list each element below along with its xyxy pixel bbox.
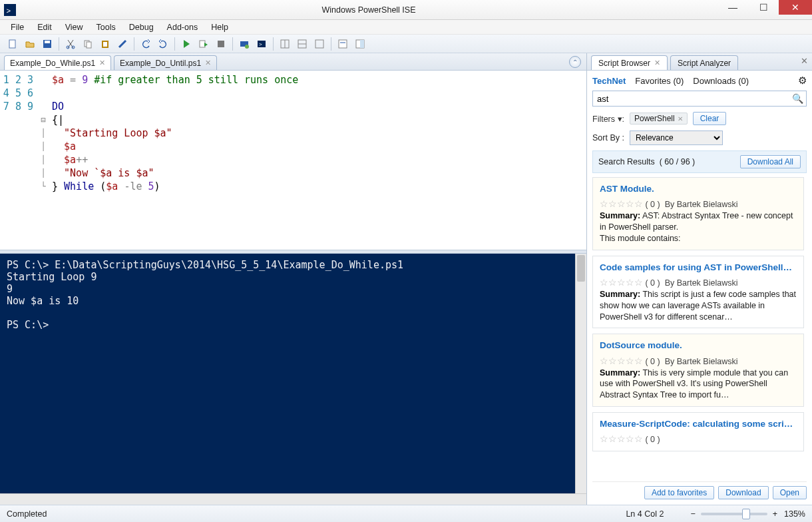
tab-label: Example_Do_Until.ps1 xyxy=(120,59,201,68)
star-icon: ☆☆☆☆☆ xyxy=(600,198,643,209)
svg-rect-21 xyxy=(315,40,323,48)
maximize-button[interactable]: ☐ xyxy=(748,0,779,15)
clear-icon[interactable] xyxy=(114,37,130,51)
paste-icon[interactable] xyxy=(97,37,113,51)
titlebar: > Windows PowerShell ISE — ☐ ✕ xyxy=(0,0,812,20)
undo-icon[interactable] xyxy=(138,37,154,51)
svg-text:>: > xyxy=(6,6,11,14)
side-tabs: Script Browser ✕ Script Analyzer ✕ xyxy=(587,53,812,71)
result-rating: ( 0 ) xyxy=(645,435,660,444)
search-input[interactable] xyxy=(593,91,789,106)
favorites-link[interactable]: Favorites (0) xyxy=(635,76,684,86)
tab-script-analyzer[interactable]: Script Analyzer xyxy=(670,55,738,70)
result-summary: Summary: This script is just a few code … xyxy=(600,289,797,323)
svg-rect-12 xyxy=(218,41,224,47)
open-button[interactable]: Open xyxy=(773,486,807,499)
menu-debug[interactable]: Debug xyxy=(124,21,159,33)
menu-help[interactable]: Help xyxy=(206,21,234,33)
svg-rect-8 xyxy=(87,42,91,48)
svg-text:>: > xyxy=(259,41,262,47)
clear-button[interactable]: Clear xyxy=(693,112,727,125)
download-all-button[interactable]: Download All xyxy=(740,155,801,168)
tab-do-until[interactable]: Example_Do_Until.ps1 ✕ xyxy=(114,55,217,70)
minimize-button[interactable]: — xyxy=(717,0,748,15)
svg-rect-11 xyxy=(200,41,205,47)
show-addon-icon[interactable] xyxy=(352,37,368,51)
downloads-link[interactable]: Downloads (0) xyxy=(693,76,749,86)
menu-view[interactable]: View xyxy=(60,21,89,33)
run-selection-icon[interactable] xyxy=(196,37,212,51)
filters-label[interactable]: Filters ▾: xyxy=(592,114,624,124)
svg-rect-10 xyxy=(103,42,107,47)
redo-icon[interactable] xyxy=(155,37,171,51)
tab-script-browser[interactable]: Script Browser ✕ xyxy=(591,55,668,70)
close-button[interactable]: ✕ xyxy=(779,0,812,15)
zoom-out-icon[interactable]: − xyxy=(690,509,695,519)
star-icon: ☆☆☆☆☆ xyxy=(600,433,643,444)
filter-pill-powershell[interactable]: PowerShell✕ xyxy=(630,113,688,125)
remove-filter-icon[interactable]: ✕ xyxy=(678,115,683,123)
run-icon[interactable] xyxy=(178,37,194,51)
menu-file[interactable]: File xyxy=(5,21,29,33)
results-list[interactable]: AST Module.☆☆☆☆☆ ( 0 ) By Bartek Bielaws… xyxy=(592,177,807,479)
close-icon[interactable]: ✕ xyxy=(99,59,105,67)
result-title[interactable]: Measure-ScriptCode: calculating some scr… xyxy=(600,418,797,430)
result-rating: ( 0 ) xyxy=(645,357,660,366)
result-title[interactable]: Code samples for using AST in PowerShell… xyxy=(600,262,797,274)
result-card[interactable]: Code samples for using AST in PowerShell… xyxy=(592,256,804,329)
new-icon[interactable] xyxy=(5,37,21,51)
layout3-icon[interactable] xyxy=(311,37,327,51)
powershell-tab-icon[interactable]: > xyxy=(254,37,270,51)
download-button[interactable]: Download xyxy=(718,486,768,499)
search-box: 🔍 xyxy=(592,91,807,107)
tab-label: Example_Do_While.ps1 xyxy=(10,59,95,68)
toolbar: > xyxy=(0,35,812,53)
cut-icon[interactable] xyxy=(63,37,79,51)
fold-gutter[interactable]: ⊟ │ │ │ │ └ xyxy=(39,71,48,250)
close-icon[interactable]: ✕ xyxy=(654,59,660,67)
result-title[interactable]: AST Module. xyxy=(600,183,797,195)
scrollbar-vertical[interactable] xyxy=(575,254,586,493)
technet-link[interactable]: TechNet xyxy=(592,76,626,86)
editor-tabs: Example_Do_While.ps1 ✕ Example_Do_Until.… xyxy=(0,53,586,71)
svg-point-5 xyxy=(67,46,69,49)
show-command-icon[interactable] xyxy=(335,37,351,51)
close-icon[interactable]: ✕ xyxy=(205,59,211,67)
search-icon[interactable]: 🔍 xyxy=(789,91,806,106)
open-icon[interactable] xyxy=(22,37,38,51)
result-title[interactable]: DotSource module. xyxy=(600,340,797,352)
layout1-icon[interactable] xyxy=(277,37,293,51)
result-summary: Summary: This is very simple module that… xyxy=(600,368,797,401)
result-card[interactable]: Measure-ScriptCode: calculating some scr… xyxy=(592,412,804,451)
copy-icon[interactable] xyxy=(80,37,96,51)
statusbar: Completed Ln 4 Col 2 − + 135% xyxy=(0,505,812,522)
star-icon: ☆☆☆☆☆ xyxy=(600,277,643,288)
result-card[interactable]: DotSource module.☆☆☆☆☆ ( 0 ) By Bartek B… xyxy=(592,334,804,407)
menu-addons[interactable]: Add-ons xyxy=(162,21,204,33)
result-author: By Bartek Bielawski xyxy=(665,278,738,288)
console-pane[interactable]: PS C:\> E:\Data\ScriptingGuys\2014\HSG_5… xyxy=(0,254,575,493)
layout2-icon[interactable] xyxy=(294,37,310,51)
svg-point-14 xyxy=(245,45,249,49)
stop-icon[interactable] xyxy=(213,37,229,51)
menu-tools[interactable]: Tools xyxy=(91,21,121,33)
code-area[interactable]: $a = 9 #if greater than 5 still runs onc… xyxy=(48,71,586,250)
result-card[interactable]: AST Module.☆☆☆☆☆ ( 0 ) By Bartek Bielaws… xyxy=(592,177,804,250)
editor-pane[interactable]: 1 2 3 4 5 6 7 8 9 ⊟ │ │ │ │ └ $a = 9 #if… xyxy=(0,71,586,250)
remote-icon[interactable] xyxy=(236,37,252,51)
panel-close-icon[interactable]: ✕ xyxy=(801,56,808,66)
gear-icon[interactable]: ⚙ xyxy=(798,75,807,87)
save-icon[interactable] xyxy=(39,37,55,51)
scrollbar-horizontal[interactable] xyxy=(0,493,586,505)
cursor-position: Ln 4 Col 2 xyxy=(626,509,664,519)
zoom-slider[interactable] xyxy=(701,513,767,515)
tab-do-while[interactable]: Example_Do_While.ps1 ✕ xyxy=(4,55,111,70)
sort-select[interactable]: Relevance xyxy=(630,130,723,145)
zoom-in-icon[interactable]: + xyxy=(773,509,777,519)
menu-edit[interactable]: Edit xyxy=(32,21,57,33)
results-count: ( 60 / 96 ) xyxy=(660,157,696,166)
add-favorites-button[interactable]: Add to favorites xyxy=(644,486,714,499)
toggle-script-pane-icon[interactable]: ⌃ xyxy=(569,56,581,68)
result-summary: Summary: AST: Abstract Syntax Tree - new… xyxy=(600,210,797,244)
menubar: File Edit View Tools Debug Add-ons Help xyxy=(0,20,812,35)
